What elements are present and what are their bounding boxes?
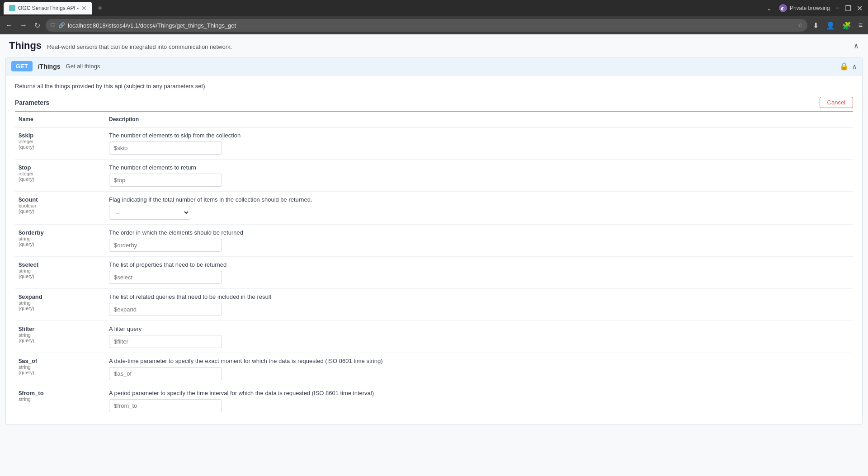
things-collapse-button[interactable]: ∧ bbox=[854, 42, 859, 50]
param-location: (query) bbox=[19, 338, 102, 343]
param-name-cell-5: $expand string (query) bbox=[15, 289, 105, 321]
param-type: integer bbox=[19, 171, 102, 176]
param-desc-cell-6: A filter query bbox=[105, 321, 853, 353]
param-location: (query) bbox=[19, 370, 102, 375]
param-desc-cell-5: The list of related queries that need to… bbox=[105, 289, 853, 321]
window-close-button[interactable]: ✕ bbox=[855, 4, 864, 13]
param-location: (query) bbox=[19, 306, 102, 311]
menu-button[interactable]: ≡ bbox=[857, 19, 864, 31]
param-description: Flag indicating if the total number of i… bbox=[109, 196, 849, 203]
tab-close-button[interactable]: ✕ bbox=[81, 5, 87, 11]
param-input-$as_of[interactable] bbox=[109, 367, 222, 380]
param-name: $orderby bbox=[19, 229, 44, 236]
window-minimize-button[interactable]: − bbox=[834, 4, 841, 12]
security-icon: 🛡 bbox=[50, 22, 56, 28]
param-input-$from_to[interactable] bbox=[109, 399, 222, 412]
http-method-badge: GET bbox=[11, 61, 33, 71]
back-button[interactable]: ← bbox=[4, 19, 14, 31]
param-input-$orderby[interactable] bbox=[109, 239, 222, 252]
things-description: Real-world sensors that can be integrate… bbox=[47, 43, 232, 50]
param-desc-cell-0: The number of elements to skip from the … bbox=[105, 127, 853, 160]
address-bar[interactable]: 🛡 🔗 localhost:8018/istsos4/v1.1/docs#/Th… bbox=[46, 19, 807, 32]
things-title: Things bbox=[9, 40, 42, 52]
active-tab[interactable]: OGC SensorThings API - ✕ bbox=[4, 2, 92, 14]
profile-icon[interactable]: 👤 bbox=[824, 19, 837, 32]
param-desc-cell-1: The number of elements to return bbox=[105, 160, 853, 192]
param-description: A filter query bbox=[109, 325, 849, 332]
table-row: $filter string (query) A filter query bbox=[15, 321, 853, 353]
endpoint-path: /Things bbox=[38, 63, 61, 70]
param-name-cell-1: $top integer (query) bbox=[15, 160, 105, 192]
param-location: (query) bbox=[19, 273, 102, 279]
table-row: $from_to string A period parameter to sp… bbox=[15, 385, 853, 417]
downloads-icon[interactable]: ⬇ bbox=[811, 19, 821, 32]
refresh-button[interactable]: ↻ bbox=[33, 19, 42, 32]
lock-icon: 🔒 bbox=[840, 62, 849, 71]
get-endpoint-body: Returns all the things provided by this … bbox=[6, 75, 862, 424]
cancel-button[interactable]: Cancel bbox=[820, 97, 853, 108]
get-header-right: 🔒 ∧ bbox=[840, 62, 857, 71]
param-select-$count[interactable]: --truefalse bbox=[109, 206, 190, 220]
param-input-$filter[interactable] bbox=[109, 335, 222, 348]
window-controls: − ❐ ✕ bbox=[834, 4, 864, 13]
get-endpoint-header: GET /Things Get all things 🔒 ∧ bbox=[6, 57, 862, 75]
endpoint-collapse-button[interactable]: ∧ bbox=[852, 63, 857, 70]
param-desc-cell-4: The list of properties that need to be r… bbox=[105, 257, 853, 289]
get-endpoint-block: GET /Things Get all things 🔒 ∧ Returns a… bbox=[5, 57, 863, 425]
tab-favicon bbox=[9, 5, 15, 11]
forward-button[interactable]: → bbox=[18, 19, 29, 31]
navigation-bar: ← → ↻ 🛡 🔗 localhost:8018/istsos4/v1.1/do… bbox=[0, 16, 868, 34]
things-title-wrap: Things Real-world sensors that can be in… bbox=[9, 40, 232, 52]
get-header-left: GET /Things Get all things bbox=[11, 61, 100, 71]
param-type: boolean bbox=[19, 203, 102, 208]
param-name-cell-8: $from_to string bbox=[15, 385, 105, 417]
param-desc-cell-8: A period parameter to specify the time i… bbox=[105, 385, 853, 417]
table-row: $orderby string (query) The order in whi… bbox=[15, 225, 853, 257]
param-input-$select[interactable] bbox=[109, 271, 222, 284]
param-desc-cell-7: A date-time parameter to specify the exa… bbox=[105, 353, 853, 385]
bookmark-button[interactable]: ☆ bbox=[798, 22, 803, 28]
param-type: string bbox=[19, 236, 102, 241]
param-description: A period parameter to specify the time i… bbox=[109, 390, 849, 396]
param-description: The number of elements to return bbox=[109, 164, 849, 171]
param-name: $top bbox=[19, 164, 31, 171]
param-description: A date-time parameter to specify the exa… bbox=[109, 358, 849, 364]
param-name-cell-2: $count boolean (query) bbox=[15, 192, 105, 225]
param-name-cell-6: $filter string (query) bbox=[15, 321, 105, 353]
connection-icon: 🔗 bbox=[58, 22, 65, 28]
param-type: string bbox=[19, 268, 102, 273]
returns-description: Returns all the things provided by this … bbox=[15, 83, 853, 90]
nav-right-buttons: ⬇ 👤 🧩 ≡ bbox=[811, 19, 864, 32]
endpoint-description: Get all things bbox=[66, 63, 100, 70]
tab-title: OGC SensorThings API - bbox=[18, 5, 79, 11]
param-name: $select bbox=[19, 261, 38, 268]
table-row: $as_of string (query) A date-time parame… bbox=[15, 353, 853, 385]
param-name: $from_to bbox=[19, 390, 44, 396]
param-location: (query) bbox=[19, 144, 102, 150]
param-type: string bbox=[19, 300, 102, 306]
param-name-cell-3: $orderby string (query) bbox=[15, 225, 105, 257]
new-tab-button[interactable]: + bbox=[95, 4, 105, 13]
param-location: (query) bbox=[19, 241, 102, 247]
tab-overflow-button[interactable]: ⌄ bbox=[763, 5, 775, 12]
parameters-header: Parameters Cancel bbox=[15, 97, 853, 112]
param-description: The list of related queries that need to… bbox=[109, 293, 849, 300]
param-input-$top[interactable] bbox=[109, 174, 222, 187]
extensions-icon[interactable]: 🧩 bbox=[840, 19, 853, 32]
param-name-cell-0: $skip integer (query) bbox=[15, 127, 105, 160]
param-input-$expand[interactable] bbox=[109, 303, 222, 316]
param-type: string bbox=[19, 332, 102, 338]
param-input-$skip[interactable] bbox=[109, 141, 222, 155]
param-type: integer bbox=[19, 139, 102, 144]
param-name-cell-7: $as_of string (query) bbox=[15, 353, 105, 385]
param-name: $filter bbox=[19, 325, 34, 332]
window-restore-button[interactable]: ❐ bbox=[843, 4, 853, 13]
table-row: $select string (query) The list of prope… bbox=[15, 257, 853, 289]
page-content: Things Real-world sensors that can be in… bbox=[0, 34, 868, 476]
param-desc-cell-3: The order in which the elements should b… bbox=[105, 225, 853, 257]
param-location: (query) bbox=[19, 208, 102, 214]
url-text: localhost:8018/istsos4/v1.1/docs#/Things… bbox=[68, 22, 795, 29]
param-name: $skip bbox=[19, 132, 33, 139]
param-description: The number of elements to skip from the … bbox=[109, 132, 849, 139]
table-row: $skip integer (query) The number of elem… bbox=[15, 127, 853, 160]
